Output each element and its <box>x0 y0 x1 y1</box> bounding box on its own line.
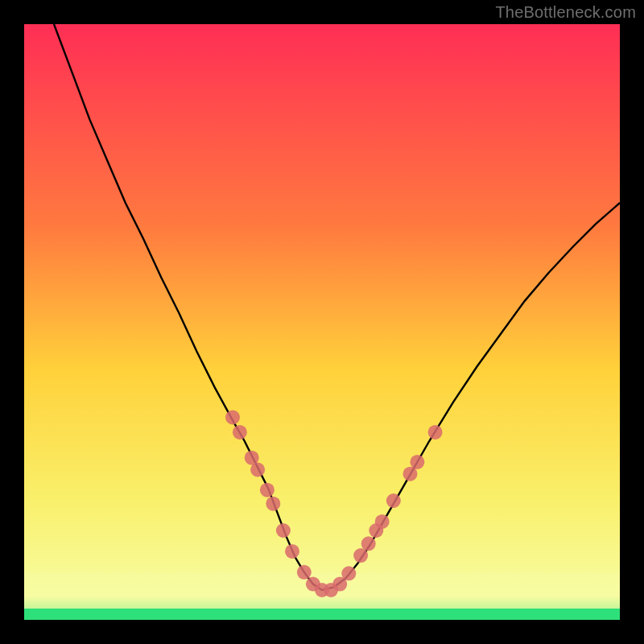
marker-point <box>266 497 280 511</box>
plot-background <box>24 24 620 620</box>
marker-point <box>285 544 299 559</box>
marker-point <box>353 548 368 563</box>
bottleneck-chart <box>0 0 644 644</box>
marker-point <box>276 523 291 538</box>
marker-point <box>260 483 275 497</box>
marker-point <box>428 425 443 440</box>
marker-point <box>410 455 424 469</box>
marker-point <box>375 514 390 529</box>
marker-point <box>341 566 356 580</box>
watermark-text: TheBottleneck.com <box>495 3 636 22</box>
floor-band <box>24 609 620 620</box>
chart-root: TheBottleneck.com <box>0 0 644 644</box>
marker-point <box>297 565 312 580</box>
marker-point <box>361 536 376 551</box>
marker-point <box>386 493 401 508</box>
marker-point <box>250 463 265 477</box>
marker-point <box>233 425 247 440</box>
marker-point <box>225 410 240 424</box>
